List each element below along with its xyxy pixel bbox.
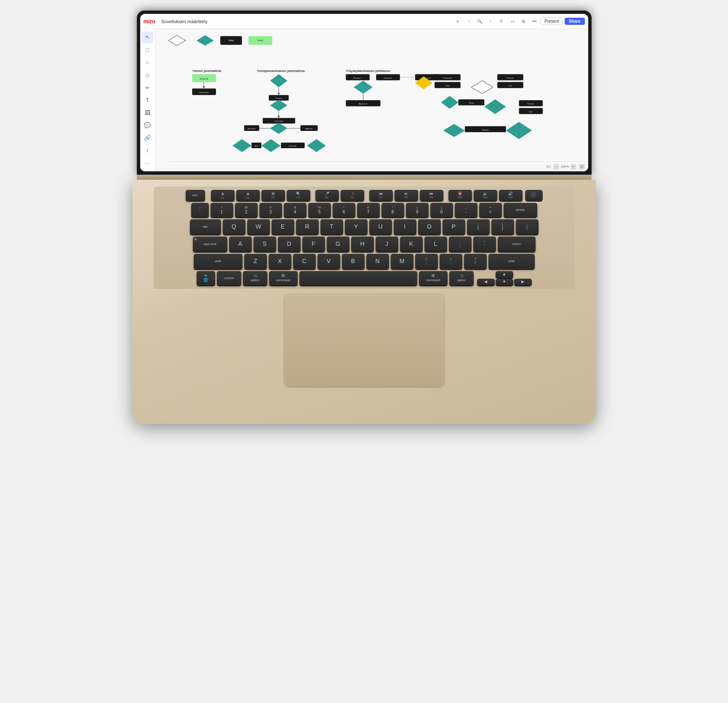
arrow-icon[interactable]: › bbox=[486, 17, 495, 26]
key-f4[interactable]: 🔍F4 bbox=[287, 190, 310, 201]
key-return[interactable]: return bbox=[498, 237, 536, 252]
key-m[interactable]: M bbox=[391, 254, 413, 269]
key-minus[interactable]: _ - bbox=[455, 203, 477, 217]
key-n[interactable]: N bbox=[366, 254, 389, 269]
key-tab[interactable]: tab bbox=[190, 219, 221, 234]
key-9[interactable]: ( 9 bbox=[406, 203, 429, 217]
toolbar-cursor[interactable]: ↖ bbox=[141, 32, 153, 43]
search-icon-topbar[interactable]: 🔍 bbox=[475, 17, 484, 26]
key-f7[interactable]: ⏮F7 bbox=[369, 190, 393, 201]
key-shift-left[interactable]: shift bbox=[194, 254, 243, 269]
key-s[interactable]: S bbox=[253, 237, 276, 252]
miro-canvas[interactable]: Teksti Teksti Yleinen pelinhallinta Vihr… bbox=[155, 29, 588, 171]
timer-icon[interactable]: ⏱ bbox=[497, 17, 506, 26]
key-l[interactable]: L bbox=[424, 237, 447, 252]
key-delete[interactable]: delete bbox=[504, 203, 537, 217]
toolbar-rect[interactable]: □ bbox=[141, 44, 153, 56]
key-equals[interactable]: + = bbox=[479, 203, 502, 217]
key-f10[interactable]: 🔇F10 bbox=[448, 190, 472, 201]
key-a[interactable]: A bbox=[229, 237, 252, 252]
key-backtick[interactable]: ~ ` bbox=[191, 203, 209, 217]
key-command-right[interactable]: ⌘ command bbox=[419, 271, 448, 285]
key-f[interactable]: F bbox=[302, 237, 325, 252]
toolbar-line[interactable]: / bbox=[141, 144, 153, 156]
key-1[interactable]: ! 1 bbox=[211, 203, 233, 217]
key-2[interactable]: @ 2 bbox=[235, 203, 258, 217]
key-f9[interactable]: ⏭F9 bbox=[420, 190, 443, 201]
toolbar-circle[interactable]: ○ bbox=[141, 57, 153, 69]
toolbar-more[interactable]: ··· bbox=[141, 157, 153, 169]
key-shift-right[interactable]: shift bbox=[488, 254, 535, 269]
key-0[interactable]: ) 0 bbox=[430, 203, 453, 217]
key-up[interactable]: ▲ bbox=[496, 271, 513, 278]
key-b[interactable]: B bbox=[342, 254, 365, 269]
key-4[interactable]: $ 4 bbox=[284, 203, 307, 217]
key-h[interactable]: H bbox=[351, 237, 374, 252]
key-left[interactable]: ◀ bbox=[477, 279, 495, 285]
key-f2[interactable]: ☀F2 bbox=[236, 190, 260, 201]
key-f6[interactable]: ☽F6 bbox=[341, 190, 364, 201]
key-u[interactable]: U bbox=[369, 219, 392, 234]
toolbar-pen[interactable]: ✏ bbox=[141, 82, 153, 93]
key-f12[interactable]: 🔊F12 bbox=[499, 190, 523, 201]
key-v[interactable]: V bbox=[317, 254, 340, 269]
key-d[interactable]: D bbox=[278, 237, 301, 252]
zoom-out-button[interactable]: − bbox=[553, 164, 559, 170]
zoom-control[interactable]: − 100% + bbox=[553, 164, 576, 170]
key-e[interactable]: E bbox=[272, 219, 294, 234]
key-f1[interactable]: ☀F1 bbox=[211, 190, 235, 201]
key-close-bracket[interactable]: } ] bbox=[491, 219, 514, 234]
key-backslash[interactable]: | \ bbox=[516, 219, 539, 234]
hamburger-icon[interactable]: ≡ bbox=[453, 17, 462, 26]
key-command-left[interactable]: ⌘ command bbox=[269, 271, 298, 285]
export-icon[interactable]: ↑ bbox=[464, 17, 473, 26]
key-i[interactable]: I bbox=[394, 219, 416, 234]
key-control[interactable]: control bbox=[217, 271, 241, 285]
key-o[interactable]: O bbox=[418, 219, 441, 234]
key-semicolon[interactable]: : ; bbox=[449, 237, 472, 252]
key-space[interactable] bbox=[299, 271, 417, 285]
key-q[interactable]: Q bbox=[223, 219, 245, 234]
touchpad[interactable] bbox=[284, 294, 444, 386]
toolbar-diamond[interactable]: ◇ bbox=[141, 69, 153, 81]
key-5[interactable]: % 5 bbox=[308, 203, 331, 217]
key-quote[interactable]: " ' bbox=[473, 237, 496, 252]
key-3[interactable]: # 3 bbox=[259, 203, 282, 217]
present-button[interactable]: Present bbox=[541, 18, 563, 25]
key-7[interactable]: & 7 bbox=[357, 203, 380, 217]
zoom-in-button[interactable]: + bbox=[571, 164, 576, 170]
key-y[interactable]: Y bbox=[345, 219, 368, 234]
key-down[interactable]: ▼ bbox=[496, 279, 513, 285]
key-option-right[interactable]: ⌥ option bbox=[449, 271, 474, 285]
key-open-bracket[interactable]: { [ bbox=[467, 219, 490, 234]
toolbar-text[interactable]: T bbox=[141, 94, 153, 106]
key-esc[interactable]: esc bbox=[186, 190, 205, 201]
key-period[interactable]: > . bbox=[440, 254, 462, 269]
key-caps-lock[interactable]: caps lock bbox=[193, 237, 227, 252]
key-slash[interactable]: ? / bbox=[464, 254, 487, 269]
key-power[interactable] bbox=[525, 190, 543, 201]
frame-icon[interactable]: ⊞ bbox=[519, 17, 528, 26]
screen-icon[interactable]: ▭ bbox=[508, 17, 517, 26]
key-p[interactable]: P bbox=[443, 219, 465, 234]
key-6[interactable]: ^ 6 bbox=[333, 203, 355, 217]
key-w[interactable]: W bbox=[247, 219, 270, 234]
key-f8[interactable]: ⏯F8 bbox=[395, 190, 418, 201]
fit-screen-button[interactable]: ⊡ bbox=[579, 164, 585, 170]
key-k[interactable]: K bbox=[400, 237, 423, 252]
key-fn[interactable]: fn 🌐 bbox=[197, 271, 215, 285]
share-button[interactable]: Share bbox=[565, 18, 585, 25]
key-j[interactable]: J bbox=[376, 237, 398, 252]
key-t[interactable]: T bbox=[320, 219, 343, 234]
key-c[interactable]: C bbox=[293, 254, 316, 269]
key-x[interactable]: X bbox=[269, 254, 291, 269]
toolbar-link[interactable]: 🔗 bbox=[141, 132, 153, 144]
key-f5[interactable]: 🎤F5 bbox=[315, 190, 339, 201]
key-option-left[interactable]: ⌥ option bbox=[243, 271, 267, 285]
key-right[interactable]: ▶ bbox=[514, 279, 532, 285]
key-8[interactable]: * 8 bbox=[381, 203, 404, 217]
toolbar-image[interactable]: 🖼 bbox=[141, 107, 153, 119]
more-icon[interactable]: ••• bbox=[530, 17, 539, 26]
key-f3[interactable]: ⊞F3 bbox=[261, 190, 285, 201]
key-comma[interactable]: < , bbox=[415, 254, 438, 269]
